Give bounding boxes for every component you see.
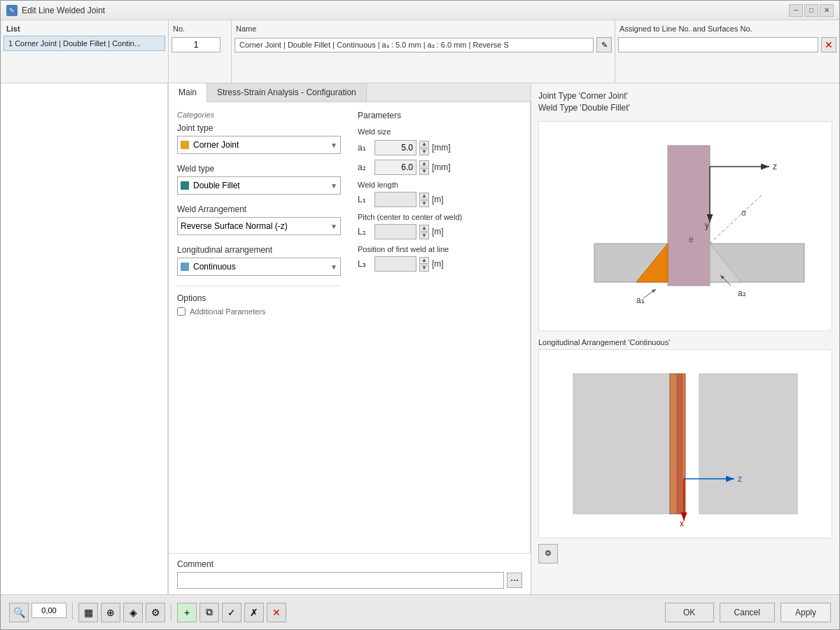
divider-2: [171, 604, 172, 621]
title-bar: ✎ Edit Line Welded Joint ─ □ ✕: [1, 1, 839, 20]
l2-input: [374, 224, 416, 239]
uncheck-button[interactable]: ✗: [244, 603, 264, 622]
a1-up-button[interactable]: ▲: [419, 141, 429, 148]
l3-label: L₃: [358, 259, 372, 269]
assigned-label: Assigned to Line No. and Surfaces No.: [618, 23, 836, 34]
tab-stress[interactable]: Stress-Strain Analysis - Configuration: [207, 83, 367, 102]
toolbar-icons: 🔍 0,00 ▦ ⊕ ◈ ⚙: [9, 603, 165, 622]
additional-params-row: Additional Parameters: [177, 307, 341, 316]
assigned-input[interactable]: [618, 37, 818, 52]
l1-up-button: ▲: [419, 192, 429, 200]
l3-down-button: ▼: [419, 265, 429, 272]
weld-arrangement-value: Reverse Surface Normal (-z): [181, 221, 326, 231]
joint-type-select[interactable]: Corner Joint ▼: [177, 136, 341, 154]
form-area: Categories Joint type Corner Joint ▼: [169, 102, 349, 553]
name-edit-button[interactable]: ✎: [596, 37, 612, 52]
longitudinal-label: Longitudinal arrangement: [177, 245, 341, 255]
joint-type-label: Joint type: [177, 123, 341, 133]
grid-button[interactable]: ▦: [78, 603, 98, 622]
diagram-bottom-box: z x: [538, 349, 832, 538]
l1-row: L₁ ▲ ▼ [m]: [358, 192, 522, 207]
l3-input: [374, 256, 416, 272]
tabs-bar: Main Stress-Strain Analysis - Configurat…: [169, 83, 531, 102]
comment-button[interactable]: ⋯: [507, 573, 522, 588]
additional-params-checkbox[interactable]: [177, 307, 186, 316]
longitudinal-select[interactable]: Continuous ▼: [177, 258, 341, 276]
weld-arrangement-select[interactable]: Reverse Surface Normal (-z) ▼: [177, 217, 341, 235]
check-button[interactable]: ✓: [222, 603, 241, 622]
apply-button[interactable]: Apply: [780, 603, 831, 622]
delete-button[interactable]: ✕: [267, 603, 286, 622]
joint-type-arrow: ▼: [330, 141, 337, 149]
longitudinal-value: Continuous: [193, 262, 326, 272]
weld-type-color: [181, 181, 189, 190]
svg-text:x: x: [680, 519, 684, 528]
weld-size-label: Weld size: [358, 127, 522, 136]
maximize-button[interactable]: □: [804, 4, 818, 17]
parameters-panel: Parameters Weld size a₁ ▲ ▼ [mm] a₂: [349, 102, 531, 553]
ok-button[interactable]: OK: [665, 603, 714, 622]
l2-down-button: ▼: [419, 232, 429, 239]
weld-arrangement-label: Weld Arrangement: [177, 204, 341, 214]
surface-button[interactable]: ◈: [123, 603, 143, 622]
pitch-label: Pitch (center to center of weld): [358, 213, 522, 221]
comment-label: Comment: [177, 559, 522, 569]
window-icon: ✎: [6, 5, 18, 16]
diagram-top-title2: Weld Type 'Double Fillet': [538, 103, 630, 113]
options-label: Options: [177, 293, 341, 303]
l2-row: L₂ ▲ ▼ [m]: [358, 224, 522, 239]
svg-rect-19: [699, 374, 797, 514]
diagram-bottom-section: Longitudinal Arrangement 'Continuous' z: [538, 338, 832, 564]
toolbar-left: 🔍 0,00 ▦ ⊕ ◈ ⚙ + ⧉ ✓ ✗ ✕: [9, 603, 286, 622]
a2-unit: [mm]: [432, 162, 451, 172]
a1-label: a₁: [358, 143, 372, 153]
assigned-clear-button[interactable]: ✕: [821, 37, 836, 52]
diagram-top-title1: Joint Type 'Corner Joint': [538, 91, 628, 101]
zoom-value: 0,00: [31, 603, 66, 618]
svg-text:a₂: a₂: [738, 288, 746, 298]
tab-main[interactable]: Main: [169, 83, 207, 102]
weld-type-select[interactable]: Double Fillet ▼: [177, 176, 341, 195]
a2-down-button[interactable]: ▼: [419, 168, 429, 175]
weld-type-group: Weld type Double Fillet ▼: [177, 164, 341, 195]
node-button[interactable]: ⊕: [101, 603, 120, 622]
a2-up-button[interactable]: ▲: [419, 160, 429, 167]
divider-1: [72, 603, 73, 620]
duplicate-button[interactable]: ⧉: [200, 603, 219, 622]
comment-input[interactable]: [177, 572, 504, 589]
tools-button[interactable]: ⚙: [146, 603, 165, 622]
longitudinal-group: Longitudinal arrangement Continuous ▼: [177, 245, 341, 276]
categories-label: Categories: [177, 111, 341, 119]
a2-label: a₂: [358, 162, 372, 172]
weld-type-value: Double Fillet: [193, 181, 326, 190]
svg-text:α: α: [741, 208, 746, 218]
a2-input[interactable]: [374, 160, 416, 175]
svg-text:y: y: [705, 220, 709, 230]
list-panel: List 1 Corner Joint | Double Fillet | Co…: [1, 20, 169, 83]
a1-input[interactable]: [374, 140, 416, 155]
close-button[interactable]: ✕: [820, 4, 834, 17]
weld-type-label: Weld type: [177, 164, 341, 174]
main-area: Main Stress-Strain Analysis - Configurat…: [1, 83, 839, 594]
diagram-options-button[interactable]: ⚙: [538, 544, 558, 564]
toolbar-right: OK Cancel Apply: [665, 603, 831, 622]
a1-down-button[interactable]: ▼: [419, 148, 429, 155]
bottom-toolbar: 🔍 0,00 ▦ ⊕ ◈ ⚙ + ⧉ ✓ ✗ ✕ OK Cancel Apply: [1, 594, 839, 629]
corner-joint-svg: z y e α a₂ a₁: [552, 125, 818, 328]
additional-params-label: Additional Parameters: [190, 307, 265, 316]
list-item[interactable]: 1 Corner Joint | Double Fillet | Contin.…: [4, 36, 165, 51]
l2-unit: [m]: [432, 227, 444, 237]
svg-rect-21: [677, 374, 682, 514]
diagram-top-title: Joint Type 'Corner Joint' Weld Type 'Dou…: [538, 90, 832, 114]
svg-rect-18: [573, 374, 671, 514]
minimize-button[interactable]: ─: [789, 4, 803, 17]
a1-row: a₁ ▲ ▼ [mm]: [358, 140, 522, 155]
cancel-button[interactable]: Cancel: [720, 603, 775, 622]
main-window: ✎ Edit Line Welded Joint ─ □ ✕ List 1 Co…: [0, 0, 840, 630]
add-button[interactable]: +: [177, 603, 197, 622]
position-label: Position of first weld at line: [358, 245, 522, 253]
no-input[interactable]: [172, 37, 220, 52]
svg-text:e: e: [689, 234, 694, 244]
search-button[interactable]: 🔍: [9, 603, 29, 622]
l2-label: L₂: [358, 227, 372, 237]
